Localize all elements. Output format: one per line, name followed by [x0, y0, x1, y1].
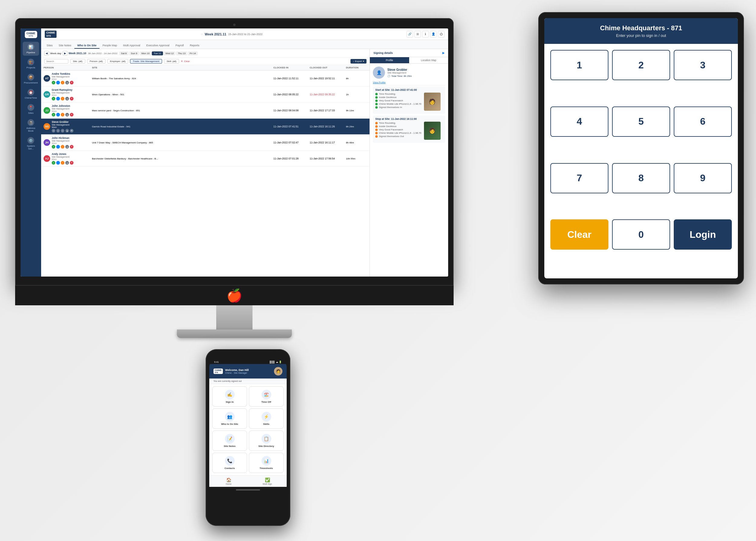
table-row[interactable]: JJ John Johnston Site Management Wren + [41, 103, 370, 119]
sidebar-item-projects[interactable]: 🏗️ Projects [23, 57, 39, 71]
table-row[interactable]: SG Steve Grobler Site Management Wren + [41, 119, 370, 135]
app-topbar: CHIME SITE ⋯ Week 2021.11 15-Jan-2022 to… [41, 28, 448, 40]
filter-skill[interactable]: Skill: (all) [164, 59, 179, 64]
sidebar-item-settings[interactable]: ⚙️ System Set... [23, 135, 39, 152]
view-profile-btn[interactable]: View Profile [373, 81, 445, 84]
day-sat[interactable]: Sat 8 [119, 51, 128, 55]
pin-btn-2[interactable]: 2 [612, 50, 670, 80]
pin-btn-4[interactable]: 4 [550, 107, 609, 137]
signing-tab-location[interactable]: Location Map [409, 57, 448, 63]
grid-icon-btn[interactable]: ⊞ [414, 31, 421, 38]
person-name: John Hickman [52, 137, 74, 140]
sign-out-title: Stop at Site: 11-Jan-2022 16:11:00 [375, 117, 443, 120]
table-row[interactable]: AJ Andy Jones Site Management Wren + [41, 151, 370, 167]
sidebar-item-procurement[interactable]: 📦 Procurement [23, 72, 39, 86]
profile-avatar: 👤 [373, 67, 385, 79]
phone-nav-multisign[interactable]: ✅ Multi Sign [248, 477, 287, 485]
contacts-icon: 📞 [225, 456, 235, 466]
clear-icon: ✕ [181, 60, 183, 63]
person-name: Steve Grobler [52, 120, 74, 124]
table-row[interactable]: AT Andre Tomkins Site Management Wren + [41, 71, 370, 87]
pin-btn-3[interactable]: 3 [674, 50, 732, 80]
pin-btn-6[interactable]: 6 [674, 107, 732, 137]
week-prev-btn[interactable]: ◀ [44, 51, 49, 56]
day-wed[interactable]: Wed 12 [163, 51, 175, 55]
person-name: Andy Jones [52, 153, 74, 156]
person-name: Andre Tomkins [52, 72, 74, 75]
avatar: GR [44, 91, 50, 98]
tab-site-notes[interactable]: Site Notes [56, 43, 74, 49]
phone-btn-whoisonsite[interactable]: 👥 Who Is On Site [212, 408, 247, 429]
col-clocked-in: Clocked In [273, 66, 310, 69]
tab-payroll[interactable]: Payroll [172, 43, 187, 49]
phone-btn-sitedirectory[interactable]: 📋 Site Directory [249, 430, 284, 451]
sign-event-item: Time Rounding [375, 93, 421, 95]
link-icon-btn[interactable]: 🔗 [406, 31, 413, 38]
sidebar-item-chimetime[interactable]: ⏰ ChimeTime [23, 87, 39, 101]
day-mon[interactable]: Mon 10 [140, 51, 151, 55]
tab-multi-approval[interactable]: Multi Approval [120, 43, 143, 49]
sign-event-item: Signed themselves Out [375, 135, 421, 138]
table-row[interactable]: GR Grant Ramspirey Site Management Wren … [41, 87, 370, 103]
pin-btn-1[interactable]: 1 [550, 50, 609, 80]
search-input[interactable] [44, 59, 68, 64]
table-row[interactable]: JH John Hickman Site Management Wren + [41, 135, 370, 151]
filter-trade[interactable]: Trade: Site Management [130, 59, 162, 64]
phone-nav-home[interactable]: 🏠 Home [209, 477, 248, 485]
tab-reports[interactable]: Reports [187, 43, 203, 49]
tab-sites[interactable]: Sites [44, 43, 56, 49]
chimetime-icon: ⏰ [28, 89, 34, 96]
phone-btn-timesheets[interactable]: 📊 Timesheets [249, 453, 284, 473]
action-icon-5: ✕ [70, 97, 74, 101]
pin-btn-clear[interactable]: Clear [550, 220, 609, 250]
phone-btn-signin[interactable]: ✍️ Sign In [212, 386, 247, 407]
phone-btn-sitenotes[interactable]: 📝 Site Notes [212, 430, 247, 451]
day-tue[interactable]: Tue 11 [152, 51, 163, 55]
sign-out-event: Stop at Site: 11-Jan-2022 16:11:00 Time … [373, 116, 445, 143]
sidebar-item-pipeline[interactable]: 📊 Pipeline [23, 42, 39, 56]
signin-label: Sign In [226, 401, 234, 403]
clock-in: 11-Jan-2022 11:52:11 [273, 77, 310, 80]
day-thu[interactable]: Thu 13 [176, 51, 187, 55]
phone-btn-timeoff[interactable]: 🏖️ Time Off [249, 386, 284, 407]
tab-people-map[interactable]: People Map [100, 43, 120, 49]
filter-employer[interactable]: Employer: (all) [107, 59, 128, 64]
app-nav: Sites Site Notes Who is On Site People M… [41, 40, 448, 49]
clock-out: 11-Jan-2022 16:11:17 [310, 141, 346, 144]
clock-out: 11-Jan-2022 19:52:11 [310, 77, 346, 80]
filter-site[interactable]: Site: (all) [70, 59, 85, 64]
week-next-btn[interactable]: ▶ [63, 51, 68, 56]
filter-person[interactable]: Person: (all) [87, 59, 106, 64]
pin-btn-0[interactable]: 0 [612, 220, 670, 250]
day-sun[interactable]: Sun 9 [129, 51, 139, 55]
clock-out: 11-Jan-2022 17:56:54 [310, 157, 346, 160]
clear-filters-btn[interactable]: ✕ Clear [181, 60, 190, 63]
action-icon-5: ✕ [70, 145, 74, 149]
week-number: Week 2021.10 [69, 52, 86, 55]
info-icon-btn[interactable]: ℹ [422, 31, 429, 38]
day-fri[interactable]: Fri 14 [188, 51, 197, 55]
export-btn[interactable]: ↓ Export ▾ [351, 59, 367, 64]
action-icons: + i ! ● ✕ [52, 81, 74, 84]
pin-btn-5[interactable]: 5 [612, 107, 670, 137]
pin-btn-login[interactable]: Login [674, 220, 732, 250]
phone-status-bar: 9:41 ▌▌▌ ☁ 🔋 [209, 359, 287, 364]
phone-btn-skills[interactable]: ⚡ Skills [249, 408, 284, 429]
tab-executive-approval[interactable]: Executive Approval [143, 43, 173, 49]
signing-expand[interactable]: ▶ [442, 51, 444, 54]
signing-tab-profile[interactable]: Profile [370, 57, 409, 63]
action-icon-2: i [56, 129, 60, 133]
sidebar-item-addressbook[interactable]: 📓 Address Book [23, 117, 39, 134]
phone-time: 9:41 [214, 361, 219, 363]
power-icon-btn[interactable]: ⏻ [438, 31, 444, 38]
dot-icon [375, 106, 378, 109]
phone-btn-contacts[interactable]: 📞 Contacts [212, 453, 247, 473]
pin-btn-7[interactable]: 7 [550, 163, 609, 193]
pin-btn-8[interactable]: 8 [612, 163, 670, 193]
pin-btn-9[interactable]: 9 [674, 163, 732, 193]
sites-icon: 📍 [28, 104, 34, 111]
sidebar-item-sites[interactable]: 📍 Sites [23, 102, 39, 116]
sign-in-event: Start at Site: 11-Jan-2022 07:41:00 Time… [373, 87, 445, 114]
tab-who-is-on-site[interactable]: Who is On Site [74, 43, 100, 49]
user-icon-btn[interactable]: 👤 [430, 31, 437, 38]
